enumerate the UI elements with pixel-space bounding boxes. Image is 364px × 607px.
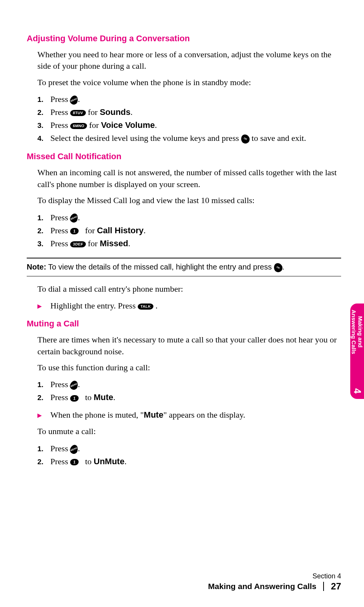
bold-label: Mute <box>144 410 163 420</box>
step-item: 1. Press . <box>37 378 341 391</box>
body-paragraph: To display the Missed Call log and view … <box>37 195 341 206</box>
text-fragment: Press <box>50 226 70 235</box>
page-footer: Section 4 Making and Answering Calls 27 <box>208 572 341 592</box>
step-text: Select the desired level using the volum… <box>50 132 341 145</box>
step-text: Press . <box>50 211 341 224</box>
step-item: 2. Press 1 to Mute. <box>37 391 341 404</box>
bullet-item: ▶ Highlight the entry. Press TALK . <box>37 299 341 312</box>
footer-title: Making and Answering Calls <box>208 582 324 591</box>
footer-page-number: 27 <box>331 581 341 592</box>
text-fragment: Answering Calls <box>351 310 357 354</box>
bullet-item: ▶ When the phone is muted, "Mute" appear… <box>37 408 341 421</box>
steps-list: 1. Press . 2. Press 1 for Call History. … <box>37 211 341 250</box>
bullet-list: ▶ When the phone is muted, "Mute" appear… <box>37 408 341 421</box>
step-number: 2. <box>37 392 50 403</box>
text-fragment: . <box>113 392 116 402</box>
step-item: 2. Press 8TUV for Sounds. <box>37 106 341 119</box>
step-number: 2. <box>37 456 50 467</box>
text-fragment: . <box>155 120 157 130</box>
heading-adjusting-volume: Adjusting Volume During a Conversation <box>27 34 341 44</box>
text-fragment: Making and <box>357 316 364 348</box>
side-tab-title: Making and Answering Calls <box>351 310 364 354</box>
text-fragment: When the phone is muted, " <box>50 410 144 420</box>
footer-section: Section 4 <box>208 572 341 580</box>
step-text: Press 8TUV for Sounds. <box>50 106 341 119</box>
text-fragment: Press <box>50 457 70 466</box>
bold-label: Voice Volume <box>101 120 155 130</box>
side-chapter-tab: Making and Answering Calls 4 <box>350 304 364 399</box>
triangle-bullet-icon: ▶ <box>37 411 50 420</box>
step-item: 3. Press 6MNO for Voice Volume. <box>37 119 341 132</box>
step-number: 4. <box>37 133 50 144</box>
key-3def-icon: 3DEF <box>70 241 86 247</box>
bold-label: Missed <box>100 239 128 248</box>
heading-missed-call: Missed Call Notification <box>27 152 341 161</box>
bullet-text: When the phone is muted, "Mute" appears … <box>50 408 341 421</box>
step-item: 1. Press . <box>37 211 341 224</box>
text-fragment: . <box>130 107 133 117</box>
text-fragment: Select the desired level using the volum… <box>50 133 241 143</box>
page-content: Adjusting Volume During a Conversation W… <box>0 0 364 488</box>
step-item: 2. Press 1 for Call History. <box>37 224 341 237</box>
note-text: To view the details of the missed call, … <box>46 263 274 271</box>
body-paragraph: When an incoming call is not answered, t… <box>37 167 341 190</box>
text-fragment: . <box>124 457 127 466</box>
key-1-icon: 1 <box>70 459 79 465</box>
text-fragment: Press <box>50 94 70 104</box>
text-fragment: Press <box>50 107 70 117</box>
key-talk-icon: TALK <box>137 304 153 310</box>
step-text: Press 1 for Call History. <box>50 224 341 237</box>
bold-label: Call History <box>97 226 143 235</box>
text-fragment: for <box>83 226 97 235</box>
text-fragment: Press <box>50 379 70 389</box>
step-item: 3. Press 3DEF for Missed. <box>37 237 341 250</box>
step-number: 1. <box>37 94 50 105</box>
step-text: Press 1 to Mute. <box>50 391 341 404</box>
side-tab-number: 4 <box>352 388 363 394</box>
note-box: Note: To view the details of the missed … <box>27 258 341 276</box>
triangle-bullet-icon: ▶ <box>37 302 50 311</box>
text-fragment: to <box>83 392 93 402</box>
text-fragment: . <box>78 213 80 222</box>
steps-list: 1. Press . 2. Press 1 to UnMute. <box>37 442 341 468</box>
note-text: . <box>282 263 285 271</box>
step-item: 1. Press . <box>37 93 341 106</box>
text-fragment: . <box>156 301 158 310</box>
text-fragment: to save and exit. <box>250 133 306 143</box>
step-text: Press . <box>50 93 341 106</box>
step-number: 1. <box>37 212 50 223</box>
step-number: 1. <box>37 443 50 454</box>
step-item: 4. Select the desired level using the vo… <box>37 132 341 145</box>
key-8tuv-icon: 8TUV <box>70 110 86 116</box>
note-label: Note: <box>27 263 46 271</box>
step-number: 3. <box>37 238 50 249</box>
step-number: 1. <box>37 379 50 390</box>
bullet-text: Highlight the entry. Press TALK . <box>50 299 341 312</box>
key-6mno-icon: 6MNO <box>70 123 87 129</box>
bold-label: UnMute <box>94 457 125 466</box>
text-fragment: " appears on the display. <box>163 410 245 420</box>
body-paragraph: To dial a missed call entry's phone numb… <box>37 283 341 295</box>
text-fragment: . <box>78 444 80 453</box>
text-fragment: for <box>86 107 100 117</box>
text-fragment: for <box>86 239 100 248</box>
text-fragment: Press <box>50 239 70 248</box>
step-item: 1. Press . <box>37 442 341 455</box>
step-text: Press 6MNO for Voice Volume. <box>50 119 341 132</box>
step-text: Press . <box>50 378 341 391</box>
step-number: 2. <box>37 107 50 118</box>
key-1-icon: 1 <box>70 395 79 402</box>
text-fragment: Press <box>50 444 70 453</box>
text-fragment: for <box>87 120 101 130</box>
text-fragment: . <box>128 239 130 248</box>
bullet-list: ▶ Highlight the entry. Press TALK . <box>37 299 341 312</box>
bold-label: Mute <box>94 392 113 402</box>
text-fragment: Press <box>50 120 70 130</box>
steps-list: 1. Press . 2. Press 1 to Mute. <box>37 378 341 404</box>
text-fragment: Highlight the entry. Press <box>50 301 138 310</box>
body-paragraph: There are times when it's necessary to m… <box>37 334 341 357</box>
step-text: Press 1 to UnMute. <box>50 455 341 468</box>
step-number: 3. <box>37 120 50 131</box>
steps-list: 1. Press . 2. Press 8TUV for Sounds. 3. … <box>37 93 341 145</box>
text-fragment: . <box>143 226 146 235</box>
